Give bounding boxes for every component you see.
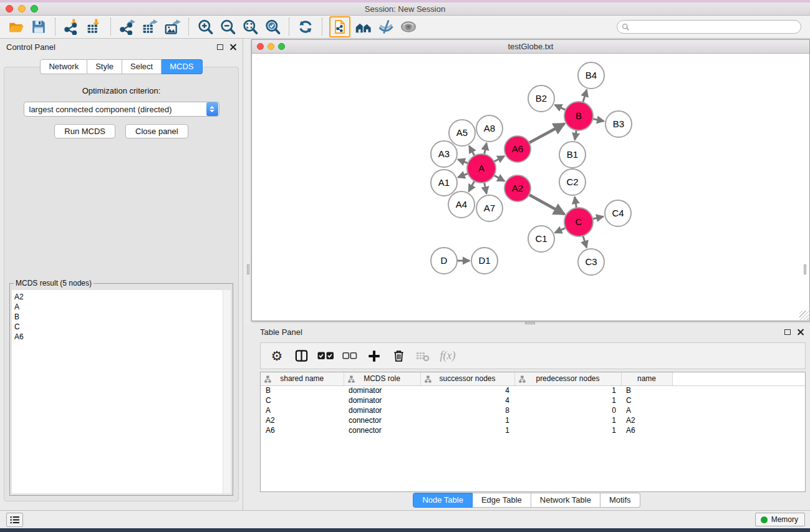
mcds-result-list[interactable]: A2ABCA6 [12, 290, 231, 493]
zoom-selected-icon[interactable] [263, 17, 282, 36]
graph-edge[interactable] [485, 183, 487, 194]
zoom-fit-icon[interactable] [241, 17, 259, 36]
table-cell[interactable]: connector [344, 425, 420, 435]
table-cell[interactable]: 1 [420, 415, 514, 425]
tab-edge-table[interactable]: Edge Table [473, 493, 531, 508]
tab-mcds[interactable]: MCDS [162, 59, 202, 74]
table-cell[interactable]: 4 [420, 385, 514, 395]
close-panel-icon[interactable] [229, 44, 236, 51]
graph-edge[interactable] [529, 123, 564, 143]
table-row[interactable]: A2connector11A2 [261, 415, 805, 425]
table-cell[interactable]: A2 [621, 415, 672, 425]
table-cell[interactable]: dominator [344, 385, 420, 395]
mcds-result-item[interactable]: A [14, 302, 231, 312]
toggle-columns-icon[interactable] [291, 346, 311, 366]
tab-network-table[interactable]: Network Table [531, 493, 600, 508]
refresh-icon[interactable] [296, 17, 315, 36]
tab-node-table[interactable]: Node Table [413, 493, 473, 508]
table-cell[interactable]: B [261, 385, 344, 395]
tab-select[interactable]: Select [122, 59, 162, 74]
export-table-icon[interactable] [140, 17, 159, 36]
table-cell[interactable]: 1 [514, 395, 621, 405]
split-divider-handle[interactable] [804, 264, 806, 274]
graph-edge[interactable] [469, 181, 475, 191]
table-cell[interactable]: 1 [514, 425, 621, 435]
save-session-icon[interactable] [29, 17, 48, 36]
float-panel-icon[interactable] [217, 44, 223, 50]
graph-edge[interactable] [494, 175, 504, 181]
graph-edge[interactable] [583, 236, 587, 248]
table-cell[interactable]: A [261, 405, 344, 415]
hide-panels-icon[interactable] [377, 17, 395, 36]
table-cell[interactable]: dominator [344, 405, 420, 415]
graph-edge[interactable] [575, 197, 577, 208]
table-cell[interactable]: C [261, 395, 344, 405]
table-cell[interactable]: 0 [514, 405, 621, 415]
graph-edge[interactable] [575, 130, 577, 140]
task-history-button[interactable] [6, 513, 23, 527]
float-table-panel-icon[interactable] [784, 329, 791, 335]
import-network-icon[interactable] [62, 17, 81, 36]
graph-edge[interactable] [555, 228, 566, 233]
column-header[interactable]: shared name [261, 372, 344, 385]
graph-edge[interactable] [494, 156, 504, 162]
network-canvas[interactable]: ABCA2A6A1A3A4A5A7A8B1B2B3B4C1C2C3C4DD1 [252, 54, 809, 321]
table-cell[interactable]: A6 [621, 425, 672, 435]
criterion-dropdown[interactable]: largest connected component (directed) [24, 102, 219, 117]
memory-button[interactable]: Memory [755, 513, 805, 526]
mcds-result-item[interactable]: A6 [14, 332, 231, 342]
table-settings-gear-icon[interactable]: ⚙ [267, 346, 287, 366]
export-image-icon[interactable] [163, 17, 181, 36]
export-network-icon[interactable] [118, 17, 137, 36]
table-cell[interactable]: 1 [514, 385, 621, 395]
add-icon[interactable] [364, 346, 384, 366]
tab-motifs[interactable]: Motifs [600, 493, 640, 508]
eye-icon[interactable] [399, 17, 418, 36]
window-resize-grip[interactable] [799, 311, 809, 320]
graph-edge[interactable] [469, 146, 475, 156]
graph-edge[interactable] [485, 143, 487, 155]
column-header[interactable]: MCDS role [344, 372, 420, 385]
graph-edge[interactable] [458, 173, 468, 177]
mcds-result-item[interactable]: B [14, 312, 231, 322]
table-cell[interactable]: C [621, 395, 672, 405]
table-row[interactable]: A6connector11A6 [261, 425, 805, 435]
delete-icon[interactable] [388, 346, 408, 366]
tab-style[interactable]: Style [87, 59, 122, 74]
close-table-panel-icon[interactable] [797, 329, 804, 336]
table-cell[interactable]: 1 [420, 425, 514, 435]
node-table[interactable]: shared nameMCDS rolesuccessor nodesprede… [260, 372, 806, 492]
graph-edge[interactable] [593, 119, 604, 122]
table-cell[interactable]: A [621, 405, 672, 415]
split-divider-handle[interactable] [247, 264, 249, 274]
table-cell[interactable]: 1 [514, 415, 621, 425]
network-window-titlebar[interactable]: testGlobe.txt [252, 40, 809, 54]
graph-edge[interactable] [458, 160, 468, 163]
graph-edge[interactable] [529, 195, 564, 214]
scrollbar[interactable] [223, 290, 231, 493]
table-cell[interactable]: 4 [420, 395, 514, 405]
table-cell[interactable]: B [621, 385, 672, 395]
tab-network[interactable]: Network [40, 59, 87, 74]
table-cell[interactable]: dominator [344, 395, 420, 405]
graph-edge[interactable] [555, 105, 566, 110]
open-file-icon[interactable] [7, 17, 26, 36]
zoom-in-icon[interactable] [196, 17, 215, 36]
column-header[interactable]: name [621, 372, 672, 385]
network-document-icon[interactable] [329, 16, 350, 37]
import-table-icon[interactable] [85, 17, 104, 36]
table-cell[interactable]: 8 [420, 405, 514, 415]
table-cell[interactable]: connector [344, 415, 420, 425]
network-graph[interactable]: ABCA2A6A1A3A4A5A7A8B1B2B3B4C1C2C3C4DD1 [252, 54, 809, 321]
table-row[interactable]: Adominator80A [261, 405, 805, 415]
graph-edge[interactable] [592, 216, 603, 219]
graph-edge[interactable] [583, 90, 587, 102]
table-cell[interactable]: A6 [261, 425, 344, 435]
mcds-result-item[interactable]: C [14, 322, 231, 332]
select-all-icon[interactable] [316, 346, 335, 366]
run-mcds-button[interactable]: Run MCDS [54, 124, 115, 138]
zoom-out-icon[interactable] [218, 17, 237, 36]
column-header[interactable]: successor nodes [420, 372, 514, 385]
close-panel-button[interactable]: Close panel [125, 124, 188, 138]
table-row[interactable]: Bdominator41B [261, 385, 805, 395]
